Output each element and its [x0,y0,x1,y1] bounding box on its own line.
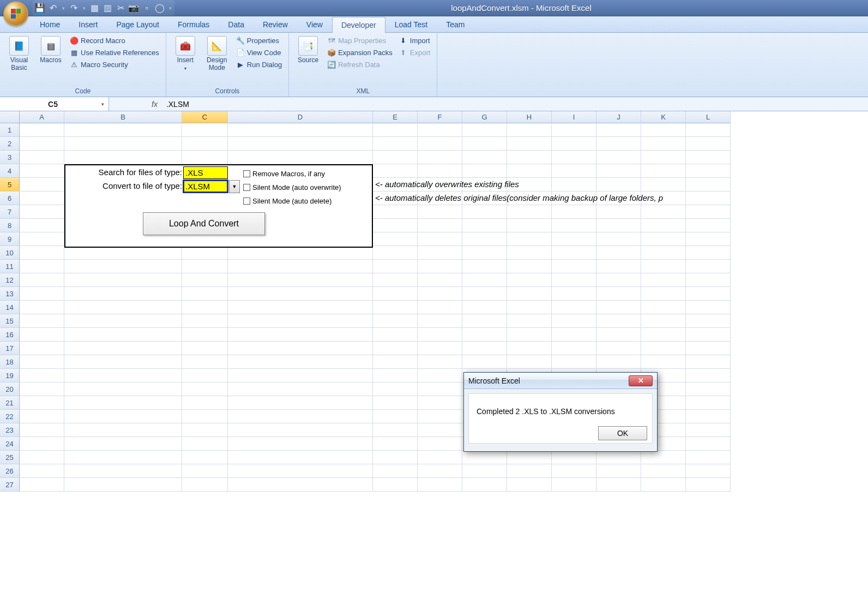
office-button[interactable] [3,1,28,26]
cell-A20[interactable] [20,382,64,396]
cell-L4[interactable] [686,164,731,178]
cell-F26[interactable] [418,464,462,478]
cell-G8[interactable] [462,219,507,232]
cell-L8[interactable] [686,219,731,232]
cell-A21[interactable] [20,396,64,410]
tab-page-layout[interactable]: Page Layout [107,16,168,32]
cell-H18[interactable] [507,355,552,369]
cell-B10[interactable] [64,246,182,260]
qat-custom-4-icon[interactable]: ◯ [155,3,165,13]
fx-button[interactable]: fx [152,100,158,109]
cell-D24[interactable] [228,437,373,451]
cell-H26[interactable] [507,464,552,478]
tab-data[interactable]: Data [219,16,254,32]
cell-H25[interactable] [507,451,552,464]
cell-L24[interactable] [686,437,731,451]
cell-J16[interactable] [596,328,641,342]
cell-I27[interactable] [552,478,596,492]
cell-E19[interactable] [373,369,418,382]
cell-L5[interactable] [686,178,731,192]
cell-J7[interactable] [596,205,641,219]
cell-L25[interactable] [686,451,731,464]
row-header-17[interactable]: 17 [0,342,20,355]
row-header-19[interactable]: 19 [0,369,20,382]
cell-D2[interactable] [228,137,373,151]
cell-B3[interactable] [64,151,182,164]
cell-L14[interactable] [686,301,731,314]
column-header-A[interactable]: A [20,111,64,123]
cell-E8[interactable] [373,219,418,232]
cell-K14[interactable] [641,301,686,314]
cell-G26[interactable] [462,464,507,478]
cell-A24[interactable] [20,437,64,451]
properties-button[interactable]: 🔧Properties [234,35,284,46]
cell-C27[interactable] [182,478,228,492]
qat-redo-icon[interactable]: ↷ [69,3,79,13]
row-header-27[interactable]: 27 [0,478,20,492]
qat-custom-3-icon[interactable]: ✂ [116,3,125,13]
cell-L13[interactable] [686,287,731,301]
cell-A10[interactable] [20,246,64,260]
cell-E17[interactable] [373,342,418,355]
column-header-H[interactable]: H [507,111,552,123]
cell-B20[interactable] [64,382,182,396]
qat-undo-icon[interactable]: ↶ [48,3,58,13]
cell-K16[interactable] [641,328,686,342]
cell-L12[interactable] [686,273,731,287]
message-box-close-button[interactable]: ✕ [629,375,653,386]
cell-G15[interactable] [462,314,507,328]
cell-C17[interactable] [182,342,228,355]
row-header-22[interactable]: 22 [0,410,20,423]
cell-D19[interactable] [228,369,373,382]
qat-undo-dropdown[interactable]: ▾ [61,5,65,11]
row-header-26[interactable]: 26 [0,464,20,478]
name-box[interactable]: C5 ▾ [0,97,109,111]
cell-F3[interactable] [418,151,462,164]
cell-F9[interactable] [418,232,462,246]
cell-C13[interactable] [182,287,228,301]
cell-D21[interactable] [228,396,373,410]
cell-G1[interactable] [462,123,507,137]
cell-G9[interactable] [462,232,507,246]
cell-D20[interactable] [228,382,373,396]
cell-F27[interactable] [418,478,462,492]
row-header-5[interactable]: 5 [0,178,20,192]
cell-H16[interactable] [507,328,552,342]
cell-B27[interactable] [64,478,182,492]
cell-C12[interactable] [182,273,228,287]
cell-A22[interactable] [20,410,64,423]
cell-D10[interactable] [228,246,373,260]
cell-J13[interactable] [596,287,641,301]
cell-L23[interactable] [686,423,731,437]
cell-C26[interactable] [182,464,228,478]
cell-E26[interactable] [373,464,418,478]
cell-F15[interactable] [418,314,462,328]
cell-C15[interactable] [182,314,228,328]
cell-B1[interactable] [64,123,182,137]
cell-C10[interactable] [182,246,228,260]
cell-L2[interactable] [686,137,731,151]
cell-L11[interactable] [686,260,731,273]
cell-E2[interactable] [373,137,418,151]
cell-C21[interactable] [182,396,228,410]
cell-J27[interactable] [596,478,641,492]
cell-A8[interactable] [20,219,64,232]
cell-C2[interactable] [182,137,228,151]
cell-G13[interactable] [462,287,507,301]
cell-A17[interactable] [20,342,64,355]
cell-L19[interactable] [686,369,731,382]
record-macro-button[interactable]: 🔴Record Macro [68,35,161,46]
tab-home[interactable]: Home [31,16,69,32]
cell-L27[interactable] [686,478,731,492]
cell-C23[interactable] [182,423,228,437]
cell-L18[interactable] [686,355,731,369]
cell-D15[interactable] [228,314,373,328]
cell-A5[interactable] [20,178,64,192]
cell-E11[interactable] [373,260,418,273]
cell-I4[interactable] [552,164,596,178]
tab-load-test[interactable]: Load Test [385,16,437,32]
cell-F20[interactable] [418,382,462,396]
checkbox-remove-macros[interactable]: Remove Macros, if any [242,167,325,180]
checkbox-silent-overwrite[interactable]: Silent Mode (auto overwrite) [242,181,341,194]
cell-H13[interactable] [507,287,552,301]
